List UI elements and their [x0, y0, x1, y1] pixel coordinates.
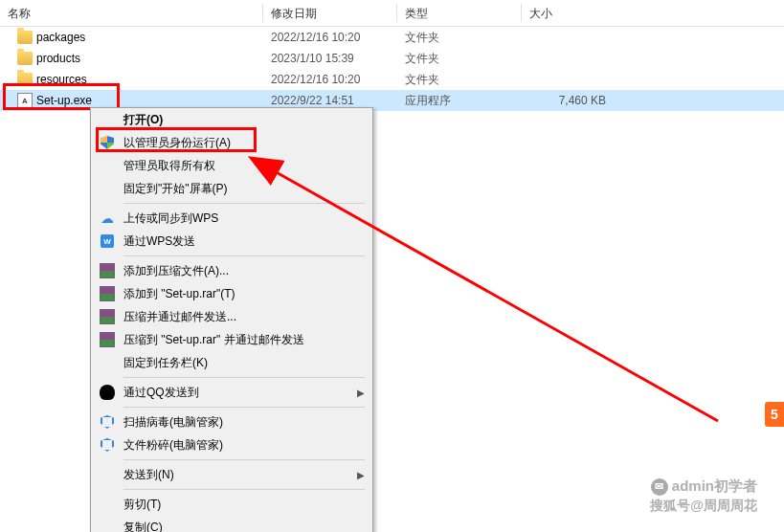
file-type: 应用程序	[397, 93, 522, 109]
file-size: 7,460 KB	[522, 94, 617, 107]
menu-separator	[123, 377, 365, 378]
cloud-upload-icon: ☁	[99, 210, 116, 227]
menu-qq-send[interactable]: 通过QQ发送到▶	[91, 381, 372, 404]
wps-icon: W	[99, 233, 116, 250]
column-header-row: 名称 修改日期 类型 大小	[0, 0, 784, 27]
rar-icon	[99, 285, 116, 302]
folder-icon	[17, 31, 33, 44]
menu-separator	[123, 255, 365, 256]
column-type[interactable]: 类型	[397, 0, 522, 26]
shield-guard-icon	[99, 436, 116, 454]
file-name: Set-up.exe	[36, 94, 92, 107]
menu-add-setup-rar[interactable]: 添加到 "Set-up.rar"(T)	[91, 282, 372, 305]
side-badge[interactable]: 5	[765, 402, 784, 427]
watermark-source: 搜狐号@周周周花	[650, 498, 757, 515]
folder-icon	[17, 52, 33, 65]
watermark: ✉admin初学者 搜狐号@周周周花	[650, 477, 757, 515]
menu-take-ownership[interactable]: 管理员取得所有权	[91, 154, 372, 177]
shield-icon	[99, 134, 116, 151]
file-row[interactable]: products2023/1/10 15:39文件夹	[0, 48, 784, 69]
folder-icon	[17, 73, 33, 86]
rar-icon	[99, 308, 116, 325]
menu-separator	[123, 203, 365, 204]
menu-compress-setup-email[interactable]: 压缩到 "Set-up.rar" 并通过邮件发送	[91, 328, 372, 351]
shield-guard-icon	[99, 413, 116, 431]
watermark-label: admin初学者	[672, 477, 757, 496]
qq-icon	[99, 384, 116, 401]
chevron-right-icon: ▶	[357, 388, 365, 398]
menu-upload-wps[interactable]: ☁上传或同步到WPS	[91, 207, 372, 230]
menu-compress-email[interactable]: 压缩并通过邮件发送...	[91, 305, 372, 328]
menu-send-wps[interactable]: W通过WPS发送	[91, 230, 372, 253]
chevron-right-icon: ▶	[357, 470, 365, 480]
column-size[interactable]: 大小	[522, 0, 617, 26]
file-type: 文件夹	[397, 72, 522, 88]
file-list: packages2022/12/16 10:20文件夹products2023/…	[0, 27, 784, 111]
menu-run-as-admin[interactable]: 以管理员身份运行(A)	[91, 131, 372, 154]
menu-add-archive[interactable]: 添加到压缩文件(A)...	[91, 259, 372, 282]
file-date: 2022/9/22 14:51	[263, 94, 397, 107]
column-name[interactable]: 名称	[0, 0, 263, 26]
menu-pin-start[interactable]: 固定到"开始"屏幕(P)	[91, 177, 372, 200]
file-name: resources	[36, 73, 87, 86]
file-date: 2023/1/10 15:39	[263, 52, 397, 65]
file-name: products	[36, 52, 80, 65]
file-date: 2022/12/16 10:20	[263, 31, 397, 44]
menu-pin-taskbar[interactable]: 固定到任务栏(K)	[91, 351, 372, 374]
menu-file-shred[interactable]: 文件粉碎(电脑管家)	[91, 433, 372, 456]
file-row[interactable]: resources2022/12/16 10:20文件夹	[0, 69, 784, 90]
menu-open[interactable]: 打开(O)	[91, 108, 372, 131]
file-date: 2022/12/16 10:20	[263, 73, 397, 86]
file-name: packages	[36, 31, 85, 44]
wechat-icon: ✉	[651, 478, 668, 496]
menu-send-to[interactable]: 发送到(N)▶	[91, 463, 372, 486]
file-type: 文件夹	[397, 30, 522, 46]
menu-cut[interactable]: 剪切(T)	[91, 493, 372, 516]
menu-copy[interactable]: 复制(C)	[91, 516, 372, 532]
exe-icon: A	[17, 93, 33, 108]
file-type: 文件夹	[397, 51, 522, 67]
rar-icon	[99, 331, 116, 348]
column-date[interactable]: 修改日期	[263, 0, 397, 26]
menu-separator	[123, 459, 365, 460]
menu-separator	[123, 489, 365, 490]
rar-icon	[99, 262, 116, 279]
context-menu: 打开(O) 以管理员身份运行(A) 管理员取得所有权 固定到"开始"屏幕(P) …	[90, 107, 373, 532]
menu-separator	[123, 407, 365, 408]
file-row[interactable]: packages2022/12/16 10:20文件夹	[0, 27, 784, 48]
menu-virus-scan[interactable]: 扫描病毒(电脑管家)	[91, 410, 372, 433]
